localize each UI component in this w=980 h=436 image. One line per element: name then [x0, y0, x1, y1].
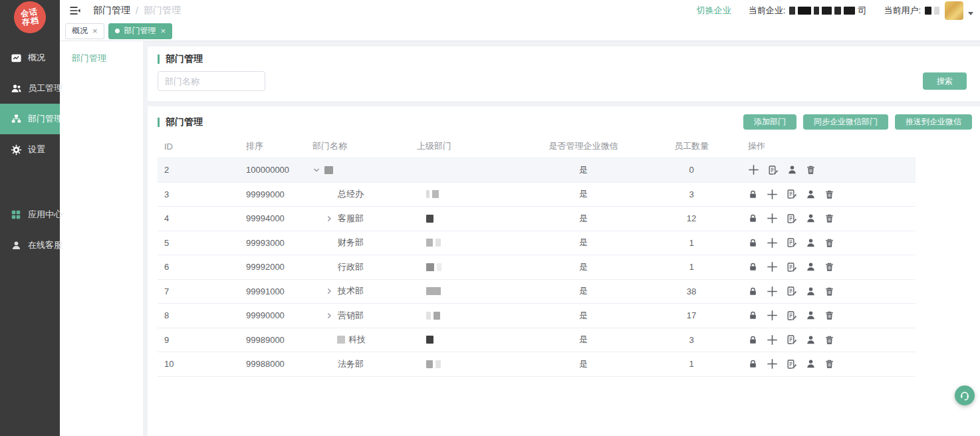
sidebar-item-staff[interactable]: 员工管理: [0, 73, 60, 104]
department-name: 法务部: [338, 358, 364, 370]
customer-support-float-button[interactable]: [955, 385, 975, 405]
plus-icon[interactable]: [767, 310, 778, 321]
sidebar-item-online-support[interactable]: 在线客服: [0, 230, 60, 261]
cell-staff-count: 1: [642, 359, 741, 369]
lock-icon[interactable]: [748, 286, 758, 296]
tab-overview[interactable]: 概况 ×: [65, 23, 104, 39]
plus-icon[interactable]: [767, 213, 778, 224]
redacted-text-block: [426, 287, 441, 295]
add-department-button[interactable]: 添加部门: [743, 114, 796, 130]
column-header-wechat-managed: 是否管理企业微信: [525, 140, 642, 152]
lock-icon[interactable]: [748, 213, 758, 223]
subnav-item-department[interactable]: 部门管理: [60, 53, 143, 64]
cell-staff-count: 3: [642, 335, 741, 345]
person-icon[interactable]: [806, 359, 816, 369]
cell-actions: [741, 164, 916, 175]
sidebar-collapse-icon[interactable]: [69, 5, 81, 16]
lock-icon[interactable]: [748, 359, 758, 369]
sidebar-item-appcenter[interactable]: 应用中心: [0, 199, 60, 230]
trash-icon[interactable]: [824, 262, 834, 272]
trash-icon[interactable]: [806, 165, 816, 175]
plus-icon[interactable]: [767, 237, 778, 249]
lock-icon[interactable]: [748, 189, 758, 199]
user-avatar[interactable]: [945, 1, 963, 20]
person-icon[interactable]: [806, 286, 816, 296]
sidebar-item-department[interactable]: 部门管理: [0, 104, 60, 134]
plus-icon[interactable]: [767, 358, 778, 370]
edit-icon[interactable]: [787, 310, 797, 321]
lock-icon[interactable]: [748, 238, 758, 248]
table-row: 2100000000是0: [158, 158, 916, 183]
person-icon[interactable]: [806, 189, 816, 199]
chevron-right-icon[interactable]: [325, 312, 337, 320]
cell-staff-count: 17: [642, 310, 741, 320]
redacted-text-block: [814, 7, 819, 15]
cell-sort: 99990000: [239, 310, 306, 320]
lock-icon[interactable]: [748, 310, 758, 320]
table-row: 999989000科技是3: [158, 328, 916, 353]
edit-icon[interactable]: [787, 359, 797, 370]
cell-parent-department: [410, 190, 525, 198]
tab-close-icon[interactable]: ×: [92, 27, 98, 35]
breadcrumb-current-page: 部门管理: [144, 5, 181, 17]
apps-grid-icon: [10, 209, 22, 220]
sidebar-item-label: 在线客服: [28, 239, 62, 251]
tab-department-management[interactable]: 部门管理 ×: [108, 23, 173, 39]
edit-icon[interactable]: [768, 165, 779, 175]
edit-icon[interactable]: [787, 262, 797, 272]
person-icon[interactable]: [806, 335, 816, 345]
push-to-wechat-button[interactable]: 推送到企业微信: [895, 114, 972, 130]
trash-icon[interactable]: [824, 238, 834, 248]
trash-icon[interactable]: [824, 189, 834, 199]
trash-icon[interactable]: [824, 335, 834, 345]
trash-icon[interactable]: [824, 286, 834, 296]
user-menu-caret-icon[interactable]: [968, 12, 973, 15]
person-icon[interactable]: [806, 238, 816, 248]
cell-id: 7: [158, 286, 239, 296]
cell-wechat-managed: 是: [525, 164, 642, 176]
plus-icon[interactable]: [767, 261, 778, 272]
edit-icon[interactable]: [787, 237, 797, 248]
edit-icon[interactable]: [787, 213, 797, 224]
sidebar-item-settings[interactable]: 设置: [0, 134, 60, 165]
search-button[interactable]: 搜索: [923, 72, 967, 90]
lock-icon[interactable]: [748, 335, 758, 345]
department-name-input[interactable]: [158, 71, 265, 91]
plus-icon[interactable]: [748, 164, 759, 175]
switch-company-link[interactable]: 切换企业: [697, 5, 731, 17]
chevron-right-icon[interactable]: [325, 215, 337, 223]
plus-icon[interactable]: [767, 189, 778, 200]
trash-icon[interactable]: [824, 310, 834, 320]
chevron-right-icon[interactable]: [325, 287, 337, 295]
redacted-text-block: [432, 190, 439, 198]
cell-department-name: [306, 166, 410, 174]
tab-label: 概况: [72, 25, 88, 37]
lock-icon[interactable]: [748, 262, 758, 272]
cell-department-name: 客服部: [306, 213, 410, 225]
cell-department-name: 科技: [306, 334, 410, 346]
tab-close-icon[interactable]: ×: [161, 27, 166, 35]
person-icon[interactable]: [806, 310, 816, 320]
person-icon[interactable]: [806, 213, 816, 223]
cell-sort: 99993000: [239, 238, 306, 248]
trash-icon[interactable]: [824, 359, 834, 369]
edit-icon[interactable]: [787, 286, 797, 296]
title-marker: [158, 54, 160, 64]
person-icon[interactable]: [806, 262, 816, 272]
cell-sort: 99999000: [239, 189, 306, 199]
redacted-text-block: [834, 7, 841, 15]
chevron-down-icon[interactable]: [312, 166, 324, 174]
plus-icon[interactable]: [767, 286, 778, 297]
person-icon[interactable]: [787, 165, 797, 175]
cell-id: 3: [158, 189, 239, 199]
department-name: 总经办: [338, 188, 364, 200]
breadcrumb-current-section[interactable]: 部门管理: [93, 5, 130, 17]
open-tabs-bar: 概况 × 部门管理 ×: [60, 21, 980, 41]
edit-icon[interactable]: [787, 189, 797, 199]
trash-icon[interactable]: [824, 213, 834, 223]
sync-wechat-departments-button[interactable]: 同步企业微信部门: [803, 114, 888, 130]
plus-icon[interactable]: [767, 334, 778, 346]
content-area: 部门管理 部门管理 搜索 部门管理 添加部门 同步企业微信: [60, 41, 980, 436]
sidebar-item-overview[interactable]: 概况: [0, 43, 60, 73]
edit-icon[interactable]: [787, 334, 797, 345]
